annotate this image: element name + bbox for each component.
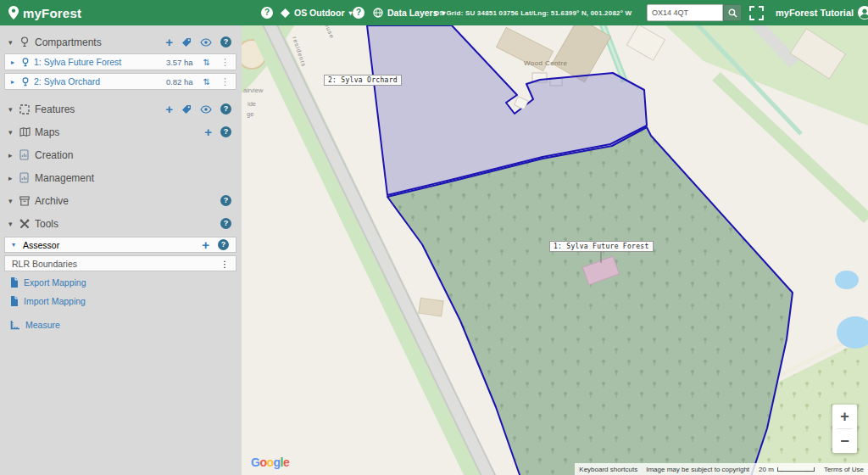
zoom-in-button[interactable]: + — [832, 405, 857, 428]
visibility-eye-icon[interactable] — [200, 38, 212, 47]
measure-label: Measure — [25, 320, 60, 330]
basemap-icon — [281, 8, 290, 18]
coordinates-readout: OS Grid: SU 34851 03756 Lat/Lng: 51.6399… — [434, 0, 632, 25]
kebab-menu-icon[interactable]: ⋮ — [220, 259, 230, 269]
caret-icon[interactable]: ▸ — [8, 174, 19, 182]
help-icon[interactable]: ? — [220, 126, 231, 137]
section-management[interactable]: ▸ Management — [0, 166, 242, 189]
section-archive[interactable]: ▾ Archive ? — [0, 189, 242, 212]
export-mapping-link[interactable]: Export Mapping — [0, 275, 242, 290]
measure-tool-link[interactable]: Measure — [0, 317, 242, 332]
compartment-name[interactable]: 2: Sylva Orchard — [34, 76, 100, 87]
compartment-row-2[interactable]: ▸ 2: Sylva Orchard 0.82 ha ⇅ ⋮ — [4, 73, 236, 90]
scale-value: 20 m — [759, 466, 774, 473]
search-icon — [728, 8, 737, 18]
section-title: Compartments — [35, 36, 102, 48]
caret-icon[interactable]: ▾ — [8, 105, 19, 114]
import-mapping-link[interactable]: Import Mapping — [0, 293, 242, 309]
caret-icon[interactable]: ▾ — [8, 128, 19, 137]
compartment-map-label-orchard[interactable]: 2: Sylva Orchard — [324, 75, 402, 86]
rlr-label[interactable]: RLR Boundaries — [12, 259, 77, 269]
data-layers-label: Data Layers — [387, 8, 438, 18]
caret-icon[interactable]: ▸ — [11, 59, 21, 66]
caret-icon[interactable]: ▸ — [8, 151, 19, 159]
section-title: Creation — [35, 149, 73, 161]
map-attribution: Keyboard shortcuts Image may be subject … — [575, 463, 868, 475]
compartment-area: 3.57 ha — [166, 58, 193, 67]
basemap-selector[interactable]: OS Outdoor ▾ — [281, 0, 353, 25]
kebab-menu-icon[interactable]: ⋮ — [220, 76, 230, 87]
add-feature-button[interactable]: + — [165, 103, 173, 115]
add-compartment-button[interactable]: + — [165, 36, 173, 48]
help-icon[interactable]: ? — [220, 103, 231, 115]
section-title: Tools — [35, 218, 58, 230]
section-title: Management — [35, 172, 94, 184]
compartment-map-label-forest[interactable]: 1: Sylva Future Forest — [549, 241, 654, 252]
archive-box-icon — [19, 196, 35, 206]
account-label: myForest Tutorial — [776, 8, 854, 18]
help-icon[interactable]: ? — [220, 195, 231, 206]
section-title: Archive — [35, 195, 69, 207]
help-icon[interactable]: ? — [220, 36, 231, 48]
section-compartments[interactable]: ▾ Compartments + ? — [0, 31, 242, 53]
caret-icon[interactable]: ▾ — [8, 38, 19, 47]
section-title: Features — [35, 103, 75, 115]
visibility-eye-icon[interactable] — [200, 105, 212, 114]
help-icon[interactable]: ? — [218, 239, 229, 250]
section-maps[interactable]: ▾ Maps + ? — [0, 120, 242, 143]
caret-icon[interactable]: ▸ — [11, 78, 21, 86]
polygon-feature-icon — [19, 104, 35, 115]
assessor-label[interactable]: Assessor — [23, 240, 59, 250]
assessor-row[interactable]: ▾ Assessor + ? — [4, 237, 236, 253]
add-map-button[interactable]: + — [204, 126, 212, 137]
google-logo[interactable]: Google — [251, 455, 289, 469]
place-label-fragment: ge — [247, 110, 253, 118]
copyright-notice: Image may be subject to copyright — [642, 463, 754, 475]
basemap-help-icon[interactable]: ? — [261, 7, 273, 19]
map-canvas[interactable]: Wood Centre airview ide ge residents hou… — [242, 25, 868, 475]
keyboard-shortcuts-link[interactable]: Keyboard shortcuts — [575, 463, 642, 475]
section-creation[interactable]: ▸ Creation — [0, 143, 242, 166]
kebab-menu-icon[interactable]: ⋮ — [220, 57, 230, 68]
user-icon — [858, 6, 868, 20]
top-navbar: myForest ? OS Outdoor ▾ ? Data Layers ▾ … — [0, 0, 868, 25]
import-mapping-label: Import Mapping — [24, 296, 86, 306]
map-icon — [19, 127, 35, 137]
rlr-boundaries-row[interactable]: RLR Boundaries ⋮ — [4, 255, 236, 271]
zoom-out-button[interactable]: − — [832, 429, 857, 453]
compartment-row-1[interactable]: ▸ 1: Sylva Future Forest 3.57 ha ⇅ ⋮ — [4, 53, 236, 70]
terms-of-use-link[interactable]: Terms of Use — [820, 463, 868, 475]
document-chart-icon — [19, 149, 35, 160]
map-zoom-control: + − — [832, 405, 857, 453]
sidebar: ▾ Compartments + ? ▸ 1: Sylva Future For… — [0, 25, 242, 475]
fullscreen-button[interactable] — [749, 6, 764, 20]
globe-icon — [373, 8, 383, 18]
section-features[interactable]: ▾ Features + ? — [0, 98, 242, 120]
label-tag-icon[interactable] — [181, 104, 192, 115]
section-title: Maps — [35, 126, 59, 138]
layers-help-icon[interactable]: ? — [353, 7, 364, 19]
reorder-icon[interactable]: ⇅ — [203, 58, 210, 67]
document-chart-icon — [19, 172, 35, 183]
brand-logo[interactable]: myForest — [8, 0, 81, 25]
caret-icon[interactable]: ▾ — [8, 220, 19, 228]
place-label-fragment: ide — [248, 100, 256, 108]
label-tag-icon[interactable] — [181, 37, 192, 48]
map-scale-control[interactable]: 20 m — [754, 463, 820, 475]
scale-bar — [777, 467, 815, 472]
search-input[interactable] — [647, 4, 723, 21]
place-label-fragment: airview — [243, 87, 264, 94]
caret-icon[interactable]: ▾ — [12, 241, 23, 249]
tree-icon — [21, 77, 34, 87]
compartment-area: 0.82 ha — [166, 77, 193, 87]
reorder-icon[interactable]: ⇅ — [203, 77, 210, 87]
chevron-down-icon: ▾ — [349, 9, 353, 17]
account-menu[interactable]: myForest Tutorial ▾ — [776, 0, 868, 25]
section-tools[interactable]: ▾ Tools ? — [0, 212, 242, 235]
caret-icon[interactable]: ▾ — [8, 197, 19, 205]
add-assessment-button[interactable]: + — [202, 239, 209, 250]
file-export-icon — [10, 277, 19, 288]
search-button[interactable] — [723, 4, 742, 21]
help-icon[interactable]: ? — [220, 218, 231, 229]
compartment-name[interactable]: 1: Sylva Future Forest — [34, 57, 121, 67]
